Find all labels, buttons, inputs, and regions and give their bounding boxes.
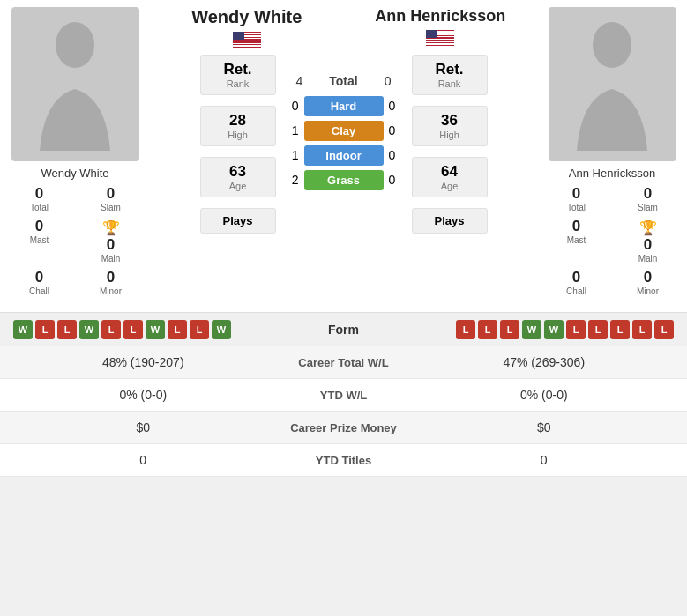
left-form-badges: WLLWLLWLLW	[13, 320, 291, 339]
right-main-label: Main	[638, 254, 658, 263]
names-row: Wendy White Ann Henricksson	[150, 0, 537, 55]
form-label: Form	[291, 323, 397, 337]
right-form-badge: L	[478, 320, 497, 339]
left-form-badge: L	[101, 320, 121, 339]
left-high-value: 28	[205, 112, 272, 130]
left-player-stats: 0 Total 0 Slam 0 Mast 🏆 0 Main 0	[4, 185, 146, 296]
left-form-badge: W	[212, 320, 231, 339]
right-form-badge: L	[610, 320, 630, 339]
right-player-stats: 0 Total 0 Slam 0 Mast 🏆 0 Main 0	[541, 185, 683, 296]
left-chall-value: 0	[35, 269, 43, 286]
stats-mid-label: Career Total W/L	[273, 356, 414, 369]
left-slam-label: Slam	[101, 203, 121, 212]
hard-left: 0	[283, 99, 299, 113]
stats-table: 48% (190-207)Career Total W/L47% (269-30…	[0, 346, 687, 477]
left-age-value: 63	[205, 163, 272, 181]
right-mast-value: 0	[572, 218, 580, 235]
svg-point-0	[56, 22, 94, 68]
stats-right-value: 0	[414, 453, 675, 467]
clay-right: 0	[389, 123, 405, 137]
right-form-badge: W	[522, 320, 541, 339]
right-form-badges: LLLWWLLLLL	[397, 320, 675, 339]
left-form-badge: W	[13, 320, 33, 339]
total-line: 4 Total 0	[296, 72, 392, 92]
left-form-badge: W	[79, 320, 99, 339]
clay-badge: Clay	[304, 121, 384, 141]
right-rank-label: Rank	[416, 78, 483, 89]
stats-mid-label: YTD Titles	[273, 454, 414, 467]
left-total-label: Total	[30, 203, 49, 212]
right-form-badge: L	[588, 320, 608, 339]
right-minor-label: Minor	[637, 286, 659, 296]
left-main-value: 0	[107, 236, 115, 254]
left-rank-box: Ret. Rank	[200, 55, 276, 95]
right-high-label: High	[416, 130, 483, 140]
right-form-badge: L	[654, 320, 674, 339]
total-right: 0	[385, 74, 392, 88]
hard-right: 0	[389, 99, 405, 113]
right-age-value: 64	[416, 163, 483, 181]
right-player-card: Ann Henricksson 0 Total 0 Slam 0 Mast 🏆 …	[537, 0, 687, 303]
form-section: WLLWLLWLLW Form LLLWWLLLLL	[0, 312, 687, 346]
right-form-badge: W	[544, 320, 564, 339]
grass-row: 2 Grass 0	[283, 170, 405, 190]
left-minor-value: 0	[107, 269, 115, 286]
grass-left: 2	[283, 173, 299, 187]
left-age-box: 63 Age	[200, 157, 276, 197]
left-name-block: Wendy White	[150, 7, 344, 48]
clay-row: 1 Clay 0	[283, 121, 405, 141]
right-slam-value: 0	[644, 185, 652, 203]
surface-block: Ret. Rank 28 High 63 Age Plays	[150, 55, 537, 303]
right-player-photo	[549, 7, 676, 161]
left-form-badge: W	[146, 320, 165, 339]
right-name-block: Ann Henricksson	[344, 7, 538, 46]
right-plays-value: Plays	[416, 214, 483, 227]
right-form-badge: L	[456, 320, 475, 339]
clay-left: 1	[283, 123, 299, 137]
right-name-header: Ann Henricksson	[375, 7, 505, 26]
stats-left-value: 0	[13, 453, 273, 467]
stats-right-value: 47% (269-306)	[414, 355, 675, 369]
left-chall-label: Chall	[29, 286, 49, 296]
stats-mid-label: Career Prize Money	[273, 421, 414, 434]
surfaces-badges: 4 Total 0 0 Hard 0 1 Clay 0	[283, 69, 405, 194]
indoor-badge: Indoor	[304, 145, 384, 166]
right-high-value: 36	[416, 112, 483, 130]
left-player-name: Wendy White	[41, 167, 108, 180]
stats-row: 48% (190-207)Career Total W/L47% (269-30…	[0, 346, 687, 379]
stats-row: 0YTD Titles0	[0, 444, 687, 477]
right-chall-value: 0	[572, 269, 580, 286]
left-form-badge: L	[57, 320, 77, 339]
left-minor-label: Minor	[100, 286, 122, 296]
left-player-card: Wendy White 0 Total 0 Slam 0 Mast 🏆 0 M	[0, 0, 150, 303]
left-mast-value: 0	[35, 218, 43, 235]
right-form-badge: L	[632, 320, 652, 339]
left-form-badge: L	[190, 320, 209, 339]
left-rank-value: Ret.	[205, 61, 272, 78]
right-slam-label: Slam	[638, 203, 658, 212]
hard-badge: Hard	[304, 96, 384, 116]
left-form-badge: L	[35, 320, 55, 339]
right-form-badge: L	[566, 320, 586, 339]
left-player-photo	[11, 7, 139, 161]
left-age-label: Age	[205, 181, 272, 191]
center-section: Wendy White Ann Henricksson Re	[150, 0, 537, 303]
left-stat-boxes: Ret. Rank 28 High 63 Age Plays	[198, 55, 278, 234]
stats-right-value: $0	[414, 420, 675, 434]
right-chall-label: Chall	[566, 286, 586, 296]
grass-badge: Grass	[304, 170, 384, 190]
right-age-label: Age	[416, 181, 483, 191]
stats-left-value: 0% (0-0)	[13, 388, 273, 402]
right-high-box: 36 High	[412, 106, 488, 146]
stats-row: 0% (0-0)YTD W/L0% (0-0)	[0, 379, 687, 412]
left-form-badge: L	[168, 320, 187, 339]
left-total-value: 0	[35, 185, 43, 203]
right-total-value: 0	[572, 185, 580, 203]
left-flag	[233, 32, 261, 48]
svg-point-1	[593, 22, 631, 68]
right-rank-box: Ret. Rank	[412, 55, 488, 95]
stats-right-value: 0% (0-0)	[414, 388, 675, 402]
left-trophy-icon: 🏆	[102, 219, 120, 236]
right-trophy-icon: 🏆	[639, 219, 657, 236]
grass-right: 0	[389, 173, 405, 187]
